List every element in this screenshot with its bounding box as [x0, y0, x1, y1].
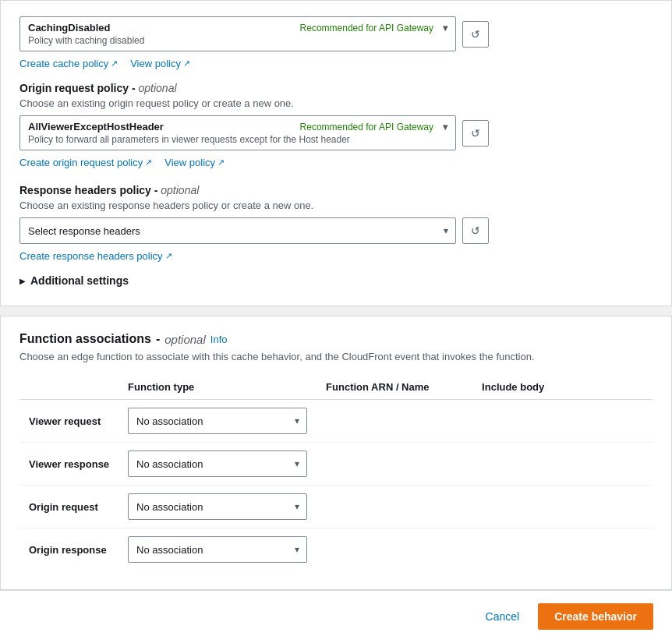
origin-request-policy-description: Choose an existing origin request policy…	[19, 97, 653, 109]
function-arn-cell	[317, 400, 472, 443]
view-cache-policy-link[interactable]: View policy ↗	[130, 58, 190, 69]
response-headers-select[interactable]: Select response headers	[19, 217, 456, 244]
function-type-select-0[interactable]: No association	[128, 408, 307, 434]
origin-request-policy-desc: Policy to forward all parameters in view…	[28, 134, 447, 145]
create-origin-request-policy-link[interactable]: Create origin request policy ↗	[19, 157, 152, 168]
response-headers-refresh-button[interactable]: ↺	[462, 217, 489, 244]
cache-policy-select[interactable]: CachingDisabled Recommended for API Gate…	[19, 16, 456, 51]
cache-policy-description: Policy with caching disabled	[28, 35, 447, 46]
origin-request-policy-refresh-button[interactable]: ↺	[462, 120, 489, 147]
function-type-select-1[interactable]: No association	[128, 450, 307, 477]
function-type-select-wrapper: No association▾	[128, 536, 307, 563]
bottom-bar: Cancel Create behavior	[0, 590, 672, 636]
view-origin-request-external-icon: ↗	[218, 157, 225, 168]
origin-request-policy-badge: Recommended for API Gateway	[300, 122, 433, 132]
function-arn-cell	[317, 486, 472, 528]
table-row: Viewer responseNo association▾	[19, 443, 653, 486]
table-row: Origin responseNo association▾	[19, 528, 653, 571]
function-arn-cell	[317, 528, 472, 571]
include-body-cell	[472, 528, 653, 571]
page-container: CachingDisabled Recommended for API Gate…	[0, 0, 672, 636]
origin-request-policy-name: AllViewerExceptHostHeader	[28, 121, 164, 132]
include-body-cell	[472, 486, 653, 528]
include-body-cell	[472, 443, 653, 486]
function-type-select-2[interactable]: No association	[128, 493, 307, 520]
function-type-cell: No association▾	[118, 486, 317, 528]
function-arn-cell	[317, 443, 472, 486]
function-associations-table: Function type Function ARN / Name Includ…	[19, 375, 653, 571]
cache-policy-refresh-button[interactable]: ↺	[462, 21, 489, 48]
function-type-cell: No association▾	[118, 443, 317, 486]
function-type-cell: No association▾	[118, 400, 317, 443]
function-row-label: Viewer request	[19, 400, 118, 443]
create-behavior-button[interactable]: Create behavior	[538, 603, 653, 630]
col-header-include-body: Include body	[472, 375, 653, 400]
response-headers-select-wrapper: Select response headers ▾	[19, 217, 456, 244]
origin-request-policy-label: Origin request policy - optional	[19, 82, 653, 94]
additional-settings-label: Additional settings	[30, 274, 129, 287]
function-associations-title: Function associations - optional Info	[19, 332, 653, 346]
function-associations-info-link[interactable]: Info	[210, 334, 228, 345]
policies-section: CachingDisabled Recommended for API Gate…	[0, 0, 672, 306]
origin-request-policy-chevron: ▾	[443, 122, 447, 132]
table-row: Viewer requestNo association▾	[19, 400, 653, 443]
include-body-cell	[472, 400, 653, 443]
create-origin-request-external-icon: ↗	[145, 157, 152, 168]
function-associations-section: Function associations - optional Info Ch…	[0, 316, 672, 590]
cache-policy-chevron: ▾	[443, 23, 447, 34]
function-type-select-wrapper: No association▾	[128, 450, 307, 477]
function-type-select-wrapper: No association▾	[128, 408, 307, 434]
function-row-label: Origin response	[19, 528, 118, 571]
cache-policy-group: CachingDisabled Recommended for API Gate…	[19, 16, 653, 69]
view-cache-policy-external-icon: ↗	[183, 58, 190, 69]
origin-request-policy-group: Origin request policy - optional Choose …	[19, 82, 653, 168]
function-row-label: Origin request	[19, 486, 118, 528]
additional-settings-triangle-icon: ▶	[19, 277, 26, 285]
create-cache-policy-link[interactable]: Create cache policy ↗	[19, 58, 118, 69]
function-type-cell: No association▾	[118, 528, 317, 571]
additional-settings-toggle[interactable]: ▶ Additional settings	[19, 274, 653, 287]
create-response-headers-external-icon: ↗	[165, 251, 172, 261]
response-headers-policy-group: Response headers policy - optional Choos…	[19, 184, 653, 262]
function-type-select-wrapper: No association▾	[128, 493, 307, 520]
response-headers-policy-description: Choose an existing response headers poli…	[19, 200, 653, 211]
origin-request-policy-select[interactable]: AllViewerExceptHostHeader Recommended fo…	[19, 115, 456, 150]
col-header-function-arn: Function ARN / Name	[317, 375, 472, 400]
create-response-headers-policy-link[interactable]: Create response headers policy ↗	[19, 250, 172, 262]
col-header-function-type: Function type	[118, 375, 317, 400]
create-cache-policy-external-icon: ↗	[111, 58, 118, 69]
cancel-button[interactable]: Cancel	[476, 606, 529, 627]
response-headers-policy-label: Response headers policy - optional	[19, 184, 653, 196]
col-header-empty	[19, 375, 118, 400]
function-type-select-3[interactable]: No association	[128, 536, 307, 563]
function-row-label: Viewer response	[19, 443, 118, 486]
view-origin-request-policy-link[interactable]: View policy ↗	[164, 157, 225, 168]
cache-policy-badge: Recommended for API Gateway	[300, 23, 433, 34]
function-associations-description: Choose an edge function to associate wit…	[19, 351, 653, 362]
cache-policy-name: CachingDisabled	[28, 22, 110, 34]
table-row: Origin requestNo association▾	[19, 486, 653, 528]
